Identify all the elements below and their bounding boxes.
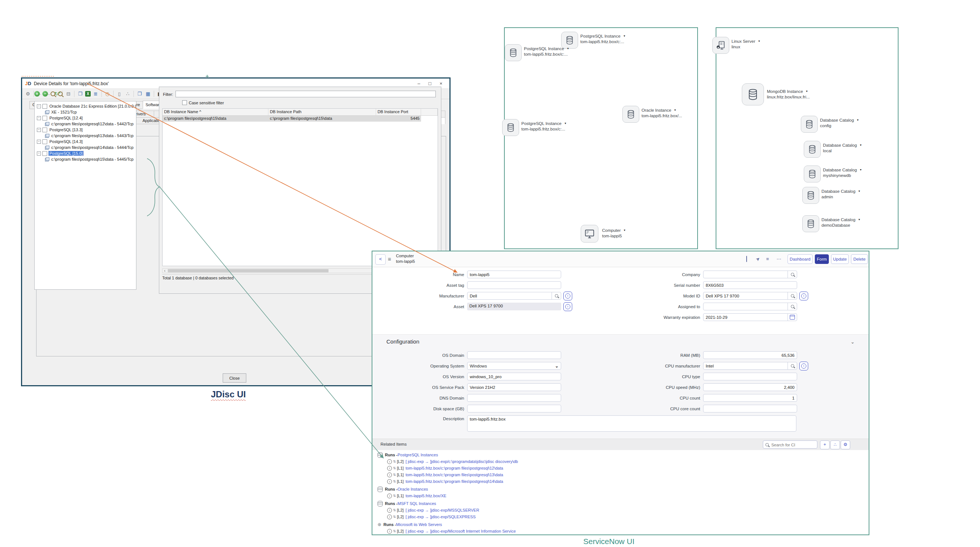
topology-icon[interactable]: ∴ xyxy=(124,90,131,97)
filter-list-icon[interactable]: ≡ xyxy=(766,256,769,262)
settings-gear-icon[interactable]: ⚙ xyxy=(24,90,31,97)
cpu-core-count-field[interactable] xyxy=(703,405,797,412)
group-link[interactable]: MSFT SQL Instances xyxy=(398,501,436,506)
model-id-info-button[interactable]: i xyxy=(799,291,808,301)
tree-item-label[interactable]: Oracle Database 21c Express Edition [21.… xyxy=(49,104,137,108)
dropdown-icon[interactable]: ▼ xyxy=(674,109,676,111)
group-link[interactable]: PostgreSQL Instances xyxy=(398,453,438,457)
postgres-instance-node-icon[interactable] xyxy=(502,119,519,136)
dropdown-icon[interactable]: ▼ xyxy=(806,90,808,92)
database-catalog-node-icon[interactable] xyxy=(801,116,818,133)
tree-child-label[interactable]: c:\program files\postgresql\15\data - 54… xyxy=(51,157,134,161)
table-icon[interactable]: ▦ xyxy=(145,90,151,97)
item-link[interactable]: jdisc-exp/SQLEXPRESS xyxy=(431,515,476,519)
column-header-db-instance-path[interactable]: DB Instance Path xyxy=(269,109,376,115)
checkbox[interactable] xyxy=(42,139,47,144)
export-doc-icon[interactable]: ≣ xyxy=(92,90,99,97)
dropdown-icon[interactable]: ▼ xyxy=(858,190,861,192)
export-excel-icon[interactable]: X xyxy=(85,91,91,97)
scroll-left-icon[interactable]: ‹ xyxy=(162,269,167,273)
more-options-icon[interactable]: ⋯ xyxy=(776,256,781,262)
database-catalog-node-icon[interactable] xyxy=(802,187,819,204)
dropdown-icon[interactable]: ▼ xyxy=(623,35,626,37)
tree-child-label[interactable]: XE - 1521/Tcp xyxy=(51,110,78,114)
cpu-manufacturer-field[interactable] xyxy=(703,363,788,369)
item-link[interactable]: tom-lappi5.fritz.box/c:\program files\po… xyxy=(406,479,503,483)
oracle-instance-node-icon[interactable] xyxy=(622,106,640,123)
cpu-count-field[interactable] xyxy=(703,394,797,402)
collapse-toggle-icon[interactable]: − xyxy=(37,151,41,156)
item-link[interactable]: tom-lappi5.fritz.box/c:\program files\po… xyxy=(406,466,503,470)
mongodb-instance-node-icon[interactable] xyxy=(742,83,764,105)
back-button[interactable]: < xyxy=(375,254,386,265)
database-catalog-node-icon[interactable] xyxy=(804,141,821,158)
reference-lookup-icon[interactable] xyxy=(788,292,797,299)
dropdown-icon[interactable]: ▼ xyxy=(624,229,626,232)
os-service-pack-field[interactable] xyxy=(467,383,561,391)
collapse-toggle-icon[interactable]: − xyxy=(37,128,41,132)
cell-db-instance-name[interactable]: c:\program files\postgresql\15\data xyxy=(162,116,269,122)
form-button[interactable]: Form xyxy=(815,254,829,264)
database-catalog-node-label[interactable]: Database Catalog▼ demoDatabase xyxy=(821,217,861,228)
delete-button[interactable]: Delete xyxy=(851,254,868,264)
close-button[interactable]: Close xyxy=(223,374,246,383)
hierarchy-view-button[interactable]: ∴ xyxy=(830,440,840,449)
history-clock-icon[interactable]: ◷ xyxy=(104,90,111,97)
description-textarea[interactable]: tom-lappi5.fritz.box xyxy=(467,415,796,432)
update-button[interactable]: Update xyxy=(831,254,849,264)
company-field[interactable] xyxy=(703,271,788,278)
dropdown-icon[interactable]: ▼ xyxy=(858,218,861,221)
item-link[interactable]: jdisc-exp/MSSQLSERVER xyxy=(431,508,479,512)
postgres-instance-node-icon[interactable] xyxy=(505,44,522,61)
dns-domain-field[interactable] xyxy=(467,394,561,402)
tree-item-label[interactable]: PostgreSQL [13.3] xyxy=(49,127,83,132)
search-for-ci-input[interactable] xyxy=(771,441,816,448)
serial-number-field[interactable] xyxy=(703,281,797,289)
model-id-field[interactable] xyxy=(703,292,788,299)
info-icon[interactable]: i xyxy=(387,472,392,477)
cpu-speed-field[interactable] xyxy=(703,383,797,391)
checkbox[interactable] xyxy=(42,104,47,109)
search-next-icon[interactable] xyxy=(58,91,63,96)
tree-item-label[interactable]: PostgreSQL [14.3] xyxy=(49,139,83,144)
close-icon[interactable]: × xyxy=(436,81,447,86)
reference-lookup-icon[interactable] xyxy=(788,271,797,278)
cell-db-instance-port[interactable]: 5445 xyxy=(376,116,421,122)
info-icon[interactable]: i xyxy=(387,515,392,519)
collapse-toggle-icon[interactable]: − xyxy=(37,104,41,108)
item-link[interactable]: tom-lappi5.fritz.box/XE xyxy=(406,493,447,498)
database-catalog-node-label[interactable]: Database Catalog▼ admin xyxy=(821,188,861,200)
personalize-icon[interactable]: ➤ xyxy=(754,256,761,262)
maximize-icon[interactable]: □ xyxy=(424,81,436,86)
reference-lookup-icon[interactable] xyxy=(788,363,797,369)
expand-all-icon[interactable]: + xyxy=(34,91,40,97)
assigned-to-field[interactable] xyxy=(703,303,788,310)
info-icon[interactable]: i xyxy=(387,466,392,471)
copy-icon[interactable]: ❐ xyxy=(77,90,84,97)
column-header-db-instance-port[interactable]: DB Instance Port xyxy=(376,109,421,115)
reports-icon[interactable]: ❐ xyxy=(136,90,143,97)
scrollbar-thumb[interactable] xyxy=(168,269,329,272)
group-link[interactable]: Oracle Instances xyxy=(398,487,428,491)
group-link[interactable]: Microsoft iis Web Servers xyxy=(396,522,442,527)
manufacturer-info-button[interactable]: i xyxy=(563,291,572,301)
linux-server-node-label[interactable]: Linux Server▼ linux xyxy=(732,38,760,50)
collapse-toggle-icon[interactable]: − xyxy=(37,116,41,120)
filter-input[interactable] xyxy=(175,91,436,97)
search-icon[interactable] xyxy=(51,91,55,96)
checkbox[interactable] xyxy=(42,116,47,121)
reference-lookup-icon[interactable] xyxy=(788,303,797,310)
item-link[interactable]: jdisc-exp/c:\programdata\jdisc\jdisc dis… xyxy=(431,459,518,464)
dropdown-icon[interactable]: ▼ xyxy=(856,119,859,121)
info-icon[interactable]: i xyxy=(387,529,392,534)
oracle-instance-node-label[interactable]: Oracle Instance▼ tom-lappi5.fritz.box/..… xyxy=(641,107,682,119)
add-ci-button[interactable]: + xyxy=(820,440,830,449)
info-icon[interactable]: i xyxy=(387,479,392,484)
minimize-icon[interactable]: – xyxy=(413,81,424,86)
name-field[interactable] xyxy=(467,270,561,278)
computer-node-icon[interactable] xyxy=(581,225,598,243)
database-catalog-node-label[interactable]: Database Catalog▼ local xyxy=(823,142,862,154)
info-icon[interactable]: i xyxy=(387,493,392,498)
cpu-manufacturer-info-button[interactable]: i xyxy=(799,362,808,370)
computer-node-label[interactable]: Computer▼ tom-lappi5 xyxy=(602,227,626,239)
